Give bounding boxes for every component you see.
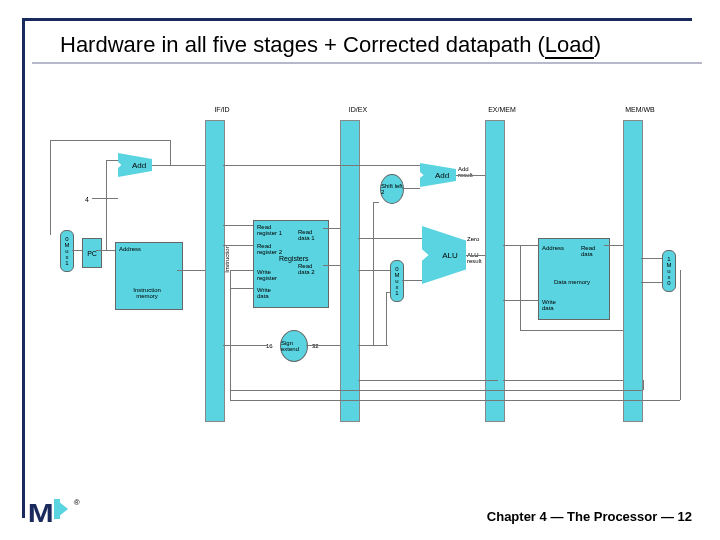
mux-alu-src: 0 M u x 1 [390, 260, 404, 302]
alu-zero-label: Zero [467, 236, 479, 242]
sign-extend-out: 32 [312, 343, 319, 349]
slide-border-left [22, 18, 25, 518]
datapath-diagram: IF/ID ID/EX EX/MEM MEM/WB 0 M u x 1 PC 4… [70, 100, 690, 440]
wire [106, 160, 107, 250]
wire [358, 238, 422, 239]
sign-extend-in: 16 [266, 343, 273, 349]
wire [106, 160, 118, 161]
wire [386, 292, 387, 345]
wire [373, 202, 374, 345]
wire [466, 255, 485, 256]
wire [230, 390, 643, 391]
wire [223, 165, 420, 166]
slide-title: Hardware in all five stages + Corrected … [60, 32, 601, 58]
adder-pc-plus-4: Add [118, 150, 152, 180]
mux-pc-src: 0 M u x 1 [60, 230, 74, 272]
add-result-label: Add result [458, 166, 480, 178]
wire [177, 270, 205, 271]
instruction-memory: Address Instruction memory [115, 242, 183, 310]
wire [402, 280, 422, 281]
register-file: Read register 1 Read register 2 Write re… [253, 220, 329, 308]
mux-write-back: 1 M u x 0 [662, 250, 676, 292]
wire [323, 265, 340, 266]
title-suffix: ) [594, 32, 601, 57]
wire [402, 188, 420, 189]
wire [323, 228, 340, 229]
publisher-logo: M® [30, 498, 122, 524]
wire [373, 202, 379, 203]
wire [358, 270, 390, 271]
pipeline-reg-ex-mem [485, 120, 505, 422]
title-underline [32, 62, 702, 64]
wire [456, 175, 485, 176]
pipeline-reg-label: ID/EX [328, 106, 388, 113]
wire [96, 250, 115, 251]
adder-branch: Add [420, 160, 456, 190]
wire [641, 258, 662, 259]
title-highlight: Load [545, 32, 594, 59]
wire [230, 270, 231, 400]
wire [358, 380, 498, 381]
sign-extend: Sign extend [280, 330, 308, 362]
pipeline-reg-label: IF/ID [192, 106, 252, 113]
data-memory: Address Read data Data memory Write data [538, 238, 610, 320]
wire [223, 225, 253, 226]
wire [152, 165, 205, 166]
wire [230, 400, 680, 401]
pipeline-reg-label: MEM/WB [610, 106, 670, 113]
shift-left-2: Shift left 2 [380, 174, 404, 204]
wire [641, 282, 662, 283]
pipeline-reg-label: EX/MEM [472, 106, 532, 113]
pc-register: PC [82, 238, 102, 268]
wire [170, 140, 171, 165]
slide-border-top [22, 18, 692, 21]
wire [503, 380, 623, 381]
pipeline-reg-mem-wb [623, 120, 643, 422]
pipeline-reg-if-id [205, 120, 225, 422]
wire [92, 198, 118, 199]
wire [50, 140, 51, 235]
instruction-label: Instruction [224, 245, 232, 273]
wire [223, 245, 253, 246]
wire [386, 292, 390, 293]
wire [604, 245, 623, 246]
wire [230, 288, 253, 289]
wire [520, 330, 623, 331]
wire [72, 250, 82, 251]
constant-four: 4 [85, 196, 89, 203]
wire [680, 270, 681, 400]
alu: ALU [422, 226, 466, 284]
wire [306, 345, 340, 346]
wire [643, 380, 644, 390]
slide-footer: Chapter 4 — The Processor — 12 [487, 509, 692, 524]
wire [358, 345, 388, 346]
wire [520, 245, 521, 330]
alu-result-label: ALU result [467, 252, 487, 264]
title-prefix: Hardware in all five stages + Corrected … [60, 32, 545, 57]
wire [230, 270, 253, 271]
wire [50, 140, 170, 141]
